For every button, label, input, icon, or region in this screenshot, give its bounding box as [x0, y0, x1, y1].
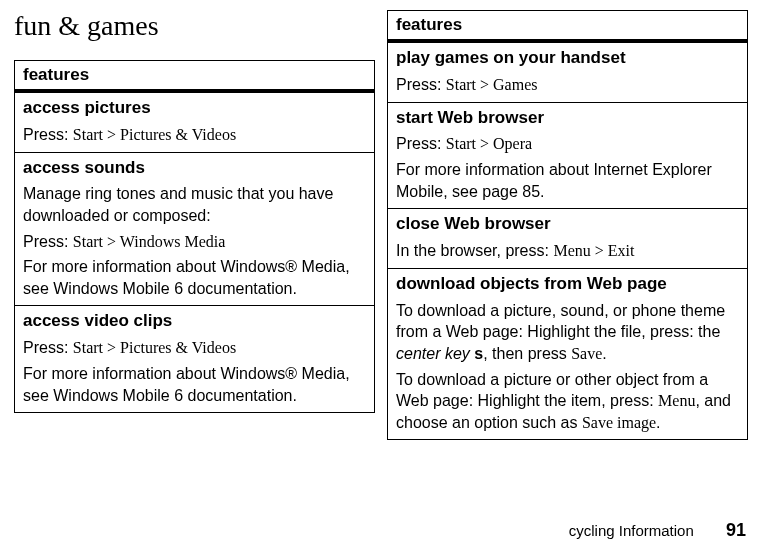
feature-row: start Web browser Press: Start > Opera F… — [388, 102, 747, 209]
feature-text: Press: Start > Opera — [396, 133, 739, 155]
text: Press: — [396, 76, 446, 93]
menu-sep: > — [591, 242, 608, 259]
feature-text: Manage ring tones and music that you hav… — [23, 183, 366, 226]
text: . — [656, 414, 660, 431]
feature-name: access video clips — [23, 310, 366, 333]
feature-text: For more information about Windows® Medi… — [23, 256, 366, 299]
menu-sep: > — [103, 339, 120, 356]
table-header: features — [15, 61, 374, 92]
features-table-left: features access pictures Press: Start > … — [14, 60, 375, 413]
menu-path: Pictures & Videos — [120, 126, 236, 143]
feature-name: access pictures — [23, 97, 366, 120]
menu-path: Start — [73, 233, 103, 250]
menu-path: Menu — [553, 242, 590, 259]
feature-row: close Web browser In the browser, press:… — [388, 208, 747, 268]
feature-text: To download a picture or other object fr… — [396, 369, 739, 434]
feature-row: access pictures Press: Start > Pictures … — [15, 92, 374, 152]
menu-path: Start — [446, 76, 476, 93]
feature-text: In the browser, press: Menu > Exit — [396, 240, 739, 262]
text: , then press — [483, 345, 571, 362]
feature-text: For more information about Windows® Medi… — [23, 363, 366, 406]
feature-row: access sounds Manage ring tones and musi… — [15, 152, 374, 306]
text: . — [602, 345, 606, 362]
right-column: features play games on your handset Pres… — [387, 60, 746, 440]
features-table-right: features play games on your handset Pres… — [387, 10, 748, 440]
feature-text: Press: Start > Pictures & Videos — [23, 124, 366, 146]
feature-text: For more information about Internet Expl… — [396, 159, 739, 202]
menu-path: Start — [73, 126, 103, 143]
menu-sep: > — [103, 126, 120, 143]
feature-text: Press: Start > Windows Media — [23, 231, 366, 253]
feature-name: access sounds — [23, 157, 366, 180]
text: Press: — [23, 339, 73, 356]
text: Press: — [23, 126, 73, 143]
columns: features access pictures Press: Start > … — [14, 60, 746, 440]
menu-path: Games — [493, 76, 537, 93]
menu-path: Exit — [608, 242, 635, 259]
menu-path: Windows Media — [120, 233, 226, 250]
feature-text: Press: Start > Pictures & Videos — [23, 337, 366, 359]
feature-text: To download a picture, sound, or phone t… — [396, 300, 739, 365]
menu-path: Save — [571, 345, 602, 362]
menu-sep: > — [476, 76, 493, 93]
table-header: features — [388, 11, 747, 42]
footer-text: cycling Information — [569, 522, 694, 539]
text: Press: — [396, 135, 446, 152]
feature-row: play games on your handset Press: Start … — [388, 42, 747, 102]
menu-path: Save image — [582, 414, 656, 431]
feature-row: download objects from Web page To downlo… — [388, 268, 747, 440]
key-name: center key — [396, 345, 470, 362]
feature-name: play games on your handset — [396, 47, 739, 70]
feature-name: start Web browser — [396, 107, 739, 130]
menu-path: Start — [446, 135, 476, 152]
menu-sep: > — [103, 233, 120, 250]
feature-name: close Web browser — [396, 213, 739, 236]
center-key-icon: s — [474, 345, 483, 362]
feature-row: access video clips Press: Start > Pictur… — [15, 305, 374, 412]
feature-name: download objects from Web page — [396, 273, 739, 296]
menu-path: Pictures & Videos — [120, 339, 236, 356]
text: In the browser, press: — [396, 242, 553, 259]
left-column: features access pictures Press: Start > … — [14, 60, 373, 413]
text: To download a picture, sound, or phone t… — [396, 302, 725, 341]
text: Press: — [23, 233, 73, 250]
feature-text: Press: Start > Games — [396, 74, 739, 96]
page-footer: cycling Information 91 — [569, 520, 746, 541]
menu-path: Menu — [658, 392, 695, 409]
page-number: 91 — [726, 520, 746, 540]
menu-path: Start — [73, 339, 103, 356]
menu-path: Opera — [493, 135, 532, 152]
menu-sep: > — [476, 135, 493, 152]
